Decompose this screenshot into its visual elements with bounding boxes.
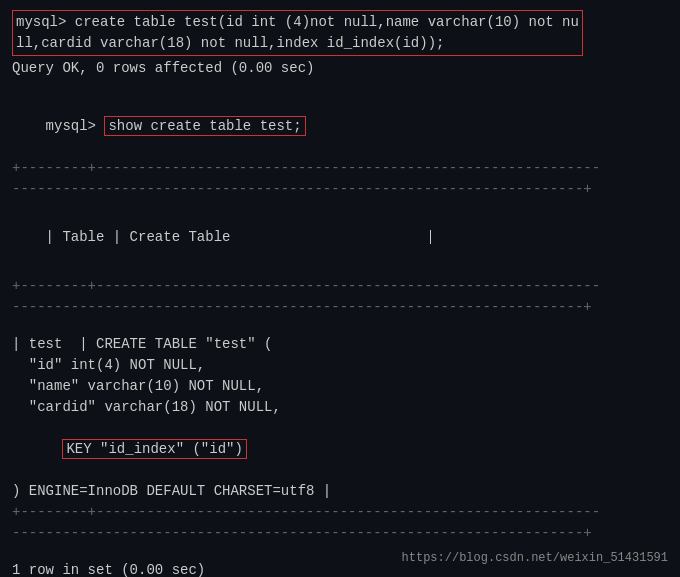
separator-5: +--------+------------------------------… xyxy=(12,502,668,523)
data-row-3: "name" varchar(10) NOT NULL, xyxy=(12,376,668,397)
cmd1-prompt: mysql> xyxy=(16,14,75,30)
cmd2-line: mysql> show create table test; xyxy=(12,95,668,158)
separator-3: +--------+------------------------------… xyxy=(12,276,668,297)
separator-4: ----------------------------------------… xyxy=(12,297,668,318)
cmd2-highlighted: show create table test; xyxy=(104,116,305,136)
separator-1: +--------+------------------------------… xyxy=(12,158,668,179)
cmd1-continuation: ll,cardid varchar(18) not null,index id_… xyxy=(16,35,444,51)
cmd1-text: create table test(id int (4)not null,nam… xyxy=(75,14,579,30)
data-row-5: KEY "id_index" ("id") xyxy=(12,418,668,481)
cmd1-result: Query OK, 0 rows affected (0.00 sec) xyxy=(12,58,668,79)
data-row-4: "cardid" varchar(18) NOT NULL, xyxy=(12,397,668,418)
watermark: https://blog.csdn.net/weixin_51431591 xyxy=(402,551,668,565)
data-row-1: | test | CREATE TABLE "test" ( xyxy=(12,334,668,355)
terminal-window: mysql> create table test(id int (4)not n… xyxy=(0,0,680,577)
table-header: | Table | Create Table xyxy=(12,200,668,276)
separator-2: ----------------------------------------… xyxy=(12,179,668,200)
separator-6: ----------------------------------------… xyxy=(12,523,668,544)
data-row-6: ) ENGINE=InnoDB DEFAULT CHARSET=utf8 | xyxy=(12,481,668,502)
key-highlight: KEY "id_index" ("id") xyxy=(62,439,246,459)
cmd2-prompt: mysql> xyxy=(46,118,105,134)
data-row-2: "id" int(4) NOT NULL, xyxy=(12,355,668,376)
